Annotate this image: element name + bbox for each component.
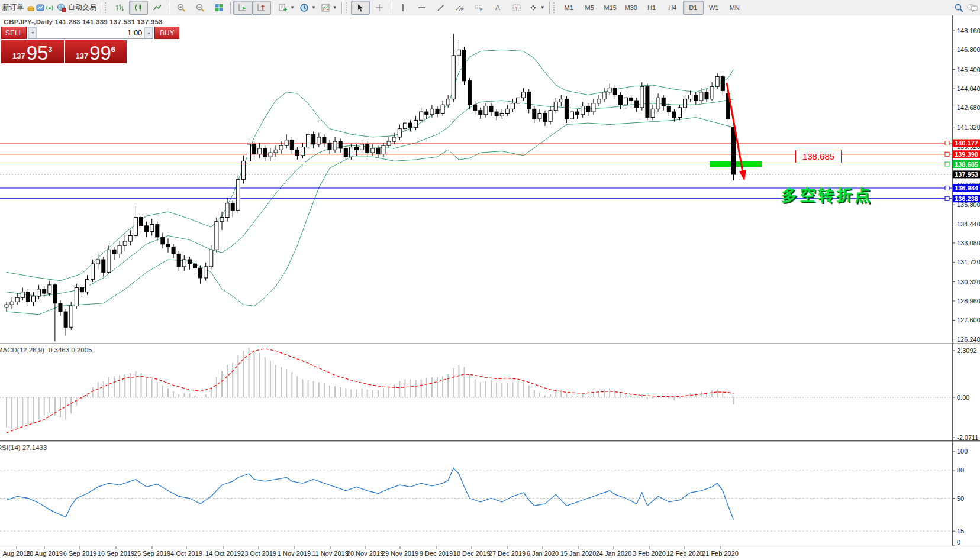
chart-shift-button[interactable]	[252, 1, 271, 15]
trendline-tool-button[interactable]	[431, 1, 450, 15]
chevron-down-icon: ▼	[333, 5, 337, 10]
market-watch-icon[interactable]	[36, 3, 45, 12]
svg-text:1 Nov 2019: 1 Nov 2019	[278, 550, 311, 557]
zoom-out-button[interactable]	[191, 1, 209, 15]
svg-text:137.953: 137.953	[955, 171, 978, 178]
timeframe-button-mn[interactable]: MN	[724, 1, 745, 15]
svg-text:E: E	[461, 8, 464, 12]
svg-text:0.00: 0.00	[957, 394, 969, 401]
volume-increase-button[interactable]: ▲	[144, 27, 153, 38]
timeframe-group: M1M5M15M30H1H4D1W1MN	[559, 1, 745, 15]
sell-price-prefix: 137	[12, 52, 25, 60]
chevron-down-icon: ▼	[311, 5, 316, 10]
svg-text:126.240: 126.240	[957, 336, 980, 343]
fibonacci-tool-button[interactable]: F	[469, 1, 488, 15]
volume-stepper: ▼ ▲	[28, 27, 153, 39]
svg-text:136.984: 136.984	[955, 184, 979, 192]
svg-text:148.160: 148.160	[957, 27, 980, 34]
cursor-tool-button[interactable]	[351, 1, 370, 15]
timeframe-button-m1[interactable]: M1	[559, 1, 579, 15]
candles	[5, 34, 736, 341]
search-icon[interactable]	[954, 3, 963, 12]
arrows-tool-button[interactable]: ▼	[526, 1, 547, 15]
candlestick-chart-type-button[interactable]	[129, 1, 148, 15]
svg-text:12 Feb 2020: 12 Feb 2020	[666, 550, 703, 557]
timeframe-button-h4[interactable]: H4	[662, 1, 683, 15]
svg-text:15 Jan 2020: 15 Jan 2020	[560, 550, 597, 557]
chart-properties-button[interactable]: ▼	[318, 1, 340, 15]
svg-text:T: T	[515, 5, 518, 11]
svg-text:-2.0711: -2.0711	[957, 434, 979, 441]
svg-text:139.390: 139.390	[955, 151, 978, 158]
buy-price-main: 99	[89, 45, 111, 61]
svg-text:0: 0	[957, 539, 960, 546]
new-order-button[interactable]: 新订单	[0, 1, 26, 15]
sell-price[interactable]: 137 95 3	[1, 40, 65, 63]
bollinger-upper-line	[7, 50, 734, 280]
volume-decrease-button[interactable]: ▼	[28, 27, 37, 38]
svg-text:145.400: 145.400	[957, 66, 980, 73]
svg-text:9 Dec 2019: 9 Dec 2019	[420, 550, 453, 557]
timeframe-button-m30[interactable]: M30	[621, 1, 641, 15]
chat-icon[interactable]	[967, 3, 976, 12]
svg-text:28 Aug 2019: 28 Aug 2019	[26, 550, 63, 557]
svg-text:6 Jan 2020: 6 Jan 2020	[527, 550, 559, 557]
volume-input[interactable]	[37, 27, 144, 38]
annotation-text: 多空转折点	[781, 184, 873, 206]
timeframe-button-w1[interactable]: W1	[704, 1, 724, 15]
svg-text:14 Oct 2019: 14 Oct 2019	[205, 550, 241, 557]
timeframe-button-h1[interactable]: H1	[641, 1, 662, 15]
main-toolbar: 新订单 自动交易 ▼	[0, 0, 980, 15]
svg-text:23 Oct 2019: 23 Oct 2019	[241, 550, 276, 557]
svg-text:144.040: 144.040	[957, 85, 980, 92]
auto-trading-button[interactable]: 自动交易	[54, 1, 99, 15]
label-tool-button[interactable]: T	[507, 1, 526, 15]
line-chart-type-button[interactable]	[148, 1, 167, 15]
horizontal-line-tool-button[interactable]	[412, 1, 431, 15]
svg-text:16 Sep 2019: 16 Sep 2019	[98, 550, 134, 557]
svg-text:24 Jan 2020: 24 Jan 2020	[596, 550, 632, 557]
gold-bars-icon[interactable]	[26, 3, 36, 12]
svg-text:141.320: 141.320	[957, 124, 980, 131]
svg-text:142.680: 142.680	[957, 104, 980, 111]
zoom-in-button[interactable]	[172, 1, 191, 15]
mt4-terminal: { "toolbar":{ "new_order_label":"新订单", "…	[0, 0, 980, 560]
svg-text:25 Sep 2019: 25 Sep 2019	[134, 550, 170, 557]
timeframe-button-m15[interactable]: M15	[600, 1, 621, 15]
svg-text:140.177: 140.177	[955, 140, 978, 147]
buy-price[interactable]: 137 99 6	[65, 40, 127, 63]
buy-price-prefix: 137	[75, 52, 88, 60]
auto-scroll-button[interactable]	[233, 1, 252, 15]
svg-text:130.320: 130.320	[957, 279, 980, 286]
sell-button[interactable]: SELL	[1, 27, 27, 39]
svg-text:136.238: 136.238	[955, 195, 978, 202]
crosshair-tool-button[interactable]	[370, 1, 389, 15]
one-click-trading-panel: SELL ▼ ▲ BUY 137 95 3 137 99 6	[1, 27, 127, 63]
svg-text:134.440: 134.440	[957, 221, 980, 228]
tile-windows-button[interactable]	[209, 1, 228, 15]
svg-text:100: 100	[957, 448, 968, 455]
svg-text:21 Feb 2020: 21 Feb 2020	[702, 550, 739, 557]
timeframe-button-m5[interactable]: M5	[579, 1, 600, 15]
svg-text:A: A	[495, 4, 500, 12]
text-tool-button[interactable]: A	[488, 1, 507, 15]
svg-text:3 Feb 2020: 3 Feb 2020	[633, 550, 666, 557]
bar-chart-type-button[interactable]	[110, 1, 129, 15]
macd-histogram	[7, 348, 734, 429]
svg-text:127.600: 127.600	[957, 316, 980, 323]
buy-button[interactable]: BUY	[154, 27, 179, 39]
svg-text:128.960: 128.960	[957, 297, 980, 305]
new-chart-button[interactable]: ▼	[276, 1, 297, 15]
chevron-down-icon: ▼	[290, 5, 295, 10]
svg-text:131.720: 131.720	[957, 258, 980, 266]
signal-icon[interactable]	[45, 3, 54, 12]
vertical-line-tool-button[interactable]	[394, 1, 412, 15]
profiles-button[interactable]: ▼	[297, 1, 318, 15]
svg-text:146.800: 146.800	[957, 46, 980, 53]
svg-text:80: 80	[957, 467, 964, 474]
auto-trading-icon	[57, 3, 66, 12]
timeframe-button-d1[interactable]: D1	[683, 1, 704, 15]
equidistant-channel-tool-button[interactable]: E	[450, 1, 469, 15]
sell-price-main: 95	[27, 45, 49, 61]
svg-text:138.685: 138.685	[955, 161, 978, 168]
